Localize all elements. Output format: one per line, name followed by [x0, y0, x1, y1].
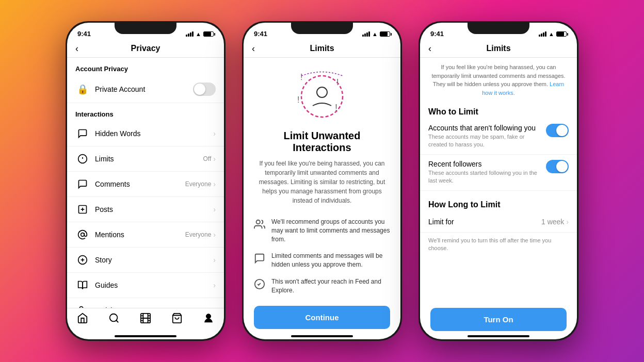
mentions-icon [75, 227, 90, 242]
menu-item-guides[interactable]: Guides › [67, 273, 224, 298]
limits-icon [75, 152, 90, 166]
back-button-1[interactable]: ‹ [75, 43, 78, 54]
private-account-toggle[interactable] [193, 83, 216, 96]
recent-followers-toggle[interactable] [546, 160, 569, 173]
comments-icon [75, 177, 90, 191]
menu-item-mentions[interactable]: Mentions Everyone › [67, 222, 224, 248]
scroll-content-3: If you feel like you're being harassed, … [420, 58, 577, 304]
limit-for-value: 1 week [541, 218, 564, 226]
posts-icon [75, 202, 90, 217]
chevron-mentions: › [213, 231, 216, 239]
tab-bar-1 [67, 308, 224, 335]
limit-for-row[interactable]: Limit for 1 week › [420, 211, 577, 233]
feature-item-2: Limited comments and messages will be hi… [244, 248, 400, 273]
menu-item-posts[interactable]: Posts › [67, 197, 224, 222]
back-button-3[interactable]: ‹ [428, 43, 431, 54]
phone-privacy: 9:41 ▲ ‹ Privacy Account Privacy [66, 21, 226, 341]
svg-point-23 [206, 314, 211, 319]
recent-followers-sublabel: These accounts started following you in … [428, 169, 541, 185]
how-long-header: How Long to Limit [420, 195, 577, 211]
feature-text-3: This won't affect your reach in Feed and… [271, 277, 390, 295]
reminder-text: We'll remind you to turn this off after … [420, 233, 577, 257]
chevron-posts: › [213, 205, 216, 213]
wifi-icon-2: ▲ [372, 31, 378, 37]
recent-followers-row: Recent followers These accounts started … [420, 155, 577, 191]
story-icon [75, 253, 90, 267]
svg-text:!: ! [297, 95, 299, 104]
chevron-hidden-words: › [213, 129, 216, 138]
page-title-3: Limits [486, 44, 510, 53]
continue-button[interactable]: Continue [254, 306, 390, 329]
tab-profile[interactable] [203, 312, 214, 327]
phone-notch [115, 23, 176, 34]
svg-text:!: ! [300, 73, 302, 81]
home-indicator-3 [468, 335, 529, 337]
limits-desc-text: If you feel like you're being harassed, … [431, 64, 565, 87]
feature-item-3: This won't affect your reach in Feed and… [244, 273, 400, 299]
tab-shop[interactable] [171, 312, 183, 327]
not-following-text: Accounts that aren't following you These… [428, 124, 541, 149]
feature-text-1: We'll recommend groups of accounts you m… [271, 218, 390, 243]
not-following-toggle[interactable] [546, 124, 569, 137]
nav-header-3: ‹ Limits [420, 40, 577, 58]
menu-item-activity-status[interactable]: Activity Status › [67, 298, 224, 308]
bar-2 [188, 34, 189, 37]
bar-1 [186, 35, 187, 37]
not-following-label: Accounts that aren't following you [428, 124, 541, 132]
story-label: Story [95, 256, 213, 264]
svg-line-13 [116, 320, 118, 322]
recent-followers-label: Recent followers [428, 160, 541, 168]
guides-label: Guides [95, 281, 213, 289]
menu-item-story[interactable]: Story › [67, 248, 224, 273]
nav-header-1: ‹ Privacy [67, 40, 224, 58]
chevron-comments: › [213, 180, 216, 188]
signal-bars-3 [539, 31, 546, 37]
wifi-icon-1: ▲ [196, 31, 201, 37]
limit-description: If you feel like you're being harassed, … [244, 159, 400, 213]
menu-item-limits[interactable]: Limits Off › [67, 146, 224, 172]
phones-container: 9:41 ▲ ‹ Privacy Account Privacy [66, 21, 578, 341]
limits-label: Limits [95, 155, 203, 163]
tab-search[interactable] [108, 312, 120, 327]
time-2: 9:41 [254, 30, 267, 38]
chevron-guides: › [213, 281, 216, 289]
reach-icon [254, 278, 265, 292]
chevron-limits: › [213, 155, 216, 163]
bar-4 [192, 31, 194, 37]
mentions-label: Mentions [95, 231, 185, 239]
svg-point-30 [256, 220, 260, 224]
svg-point-25 [317, 87, 327, 97]
menu-item-comments[interactable]: Comments Everyone › [67, 172, 224, 197]
back-button-2[interactable]: ‹ [252, 43, 255, 54]
private-account-row[interactable]: 🔒 Private Account [67, 76, 224, 103]
feature-text-2: Limited comments and messages will be hi… [271, 252, 390, 269]
guides-icon [75, 278, 90, 292]
wifi-icon-3: ▲ [549, 31, 554, 37]
signal-bars-1 [186, 31, 194, 37]
svg-text:!: ! [336, 78, 339, 87]
lock-icon: 🔒 [75, 82, 90, 96]
group-icon [254, 219, 265, 233]
activity-status-icon [75, 303, 90, 308]
signal-bars-2 [362, 31, 370, 37]
section-header-interactions: Interactions [67, 103, 224, 121]
home-indicator-1 [115, 335, 176, 337]
comments-value: Everyone [185, 180, 212, 188]
status-icons-2: ▲ [362, 31, 390, 37]
mentions-value: Everyone [185, 231, 212, 238]
turn-on-button[interactable]: Turn On [430, 308, 567, 331]
battery-2 [380, 31, 390, 37]
hidden-words-icon [75, 126, 90, 141]
page-title-1: Privacy [131, 44, 160, 53]
private-account-label: Private Account [95, 85, 193, 93]
section-header-account-privacy: Account Privacy [67, 58, 224, 76]
menu-item-hidden-words[interactable]: Hidden Words › [67, 121, 224, 146]
phone-limits-intro: 9:41 ▲ ‹ Limits [242, 21, 402, 341]
who-to-limit-section: Who to Limit Accounts that aren't follow… [420, 102, 577, 195]
illustration-area: ! ! ! ! [244, 58, 400, 130]
comment-hide-icon [254, 253, 265, 267]
tab-home[interactable] [77, 312, 88, 327]
tab-reels[interactable] [140, 312, 151, 327]
phone-notch-2 [291, 23, 353, 34]
status-icons-3: ▲ [539, 31, 567, 37]
